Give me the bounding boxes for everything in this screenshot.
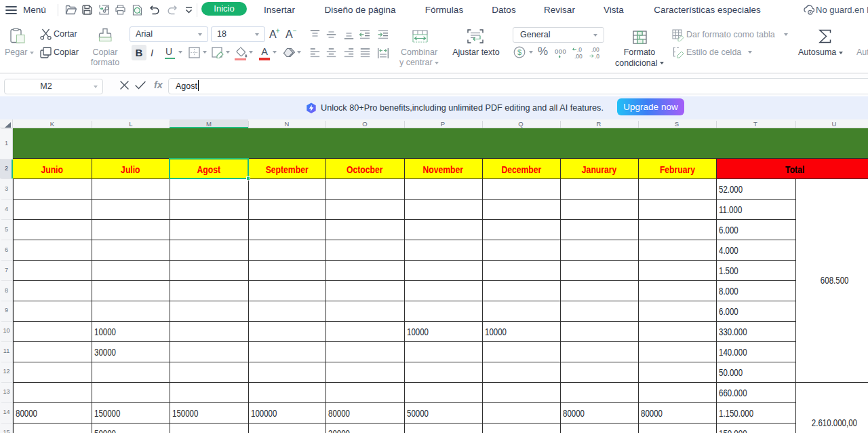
svg-text:.0: .0: [577, 46, 582, 53]
svg-text:000: 000: [555, 48, 566, 55]
svg-text:.00: .00: [591, 46, 599, 53]
svg-text:$: $: [517, 48, 521, 56]
svg-text:.0: .0: [595, 53, 599, 60]
svg-text:.00: .00: [574, 53, 583, 60]
